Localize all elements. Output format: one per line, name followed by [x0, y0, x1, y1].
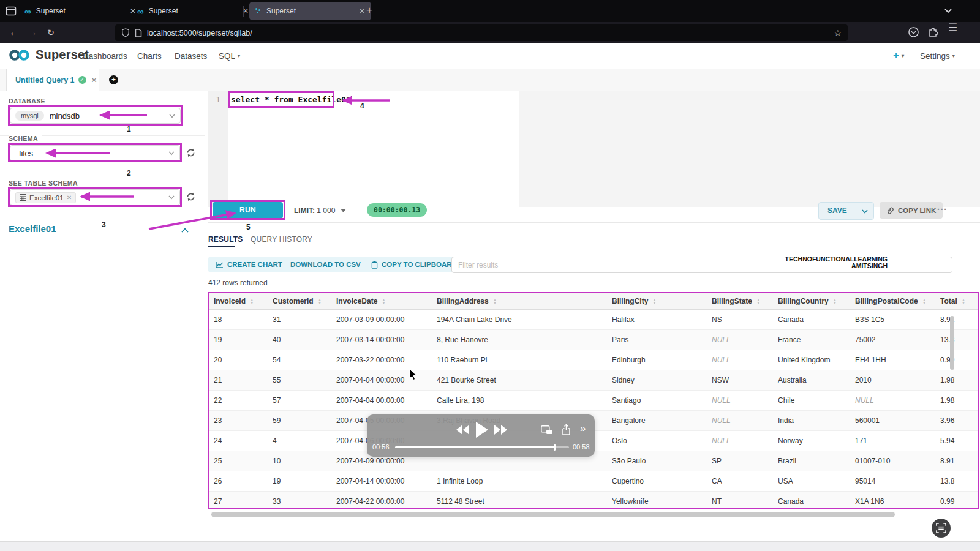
- database-select[interactable]: mysql mindsdb: [10, 108, 181, 124]
- more-controls-icon[interactable]: »: [580, 422, 586, 435]
- more-actions-button[interactable]: ···: [937, 204, 948, 214]
- back-icon[interactable]: ←: [5, 27, 23, 38]
- nav-item-dashboards[interactable]: Dashboards: [83, 51, 127, 61]
- sql-editor-text[interactable]: select * from Excelfile01: [231, 95, 352, 104]
- progress-track[interactable]: [395, 446, 569, 448]
- video-player-overlay[interactable]: » 00:56 00:58: [367, 414, 595, 457]
- add-new-button[interactable]: +▾: [893, 50, 904, 62]
- list-all-tabs-icon[interactable]: [944, 8, 952, 13]
- browser-tab-2[interactable]: ∞ Superset ✕: [131, 2, 255, 20]
- table-cell: 33: [268, 492, 331, 508]
- new-tab-button[interactable]: +: [366, 4, 372, 17]
- collapse-chevron-icon[interactable]: [181, 228, 189, 233]
- text-cursor: [351, 96, 352, 103]
- database-label: DATABASE: [9, 97, 45, 105]
- save-split-button[interactable]: SAVE: [818, 202, 874, 220]
- table-cell: 560001: [850, 411, 935, 430]
- fast-forward-icon[interactable]: [494, 425, 508, 435]
- nav-item-sql[interactable]: SQL▾: [219, 51, 240, 61]
- play-icon[interactable]: [476, 422, 488, 438]
- nav-item-datasets[interactable]: Datasets: [175, 51, 207, 61]
- vertical-scrollbar[interactable]: [950, 316, 954, 370]
- add-query-tab-button[interactable]: +: [109, 75, 118, 84]
- paperclip-icon: [886, 206, 894, 215]
- page-icon[interactable]: [135, 29, 142, 37]
- column-header-invoiceid[interactable]: InvoiceId▲▼: [209, 293, 268, 309]
- share-icon[interactable]: [562, 424, 571, 435]
- screen-capture-bubble[interactable]: [932, 519, 951, 538]
- save-button[interactable]: SAVE: [819, 203, 856, 219]
- progress-thumb[interactable]: [554, 444, 556, 451]
- pocket-icon[interactable]: [908, 26, 919, 38]
- copy-link-button[interactable]: COPY LINK: [880, 202, 943, 219]
- rewind-icon[interactable]: [456, 425, 470, 435]
- pane-drag-handle[interactable]: [564, 223, 573, 227]
- table-cell: 0.99: [935, 350, 979, 370]
- url-field[interactable]: localhost:5000/superset/sqllab/ ☆: [115, 24, 848, 41]
- reload-icon[interactable]: ↻: [42, 28, 60, 37]
- table-schema-select[interactable]: Excelfile01 ✕: [10, 189, 180, 206]
- tab-query-history[interactable]: QUERY HISTORY: [251, 235, 312, 244]
- sort-icon[interactable]: ▲▼: [652, 298, 656, 304]
- column-header-customerid[interactable]: CustomerId▲▼: [268, 293, 331, 309]
- query-tab-active[interactable]: Untitled Query 1 ✓ ✕: [6, 69, 99, 91]
- superset-brand[interactable]: Superset: [9, 48, 89, 62]
- divider: [208, 200, 980, 200]
- run-button[interactable]: RUN: [213, 202, 283, 219]
- column-header-billingpostalcode[interactable]: BillingPostalCode▲▼: [850, 293, 935, 309]
- table-cell: 57: [268, 391, 331, 410]
- tab-separator: [243, 6, 244, 17]
- schema-select[interactable]: files: [10, 145, 180, 161]
- table-cell: São Paulo: [607, 451, 707, 471]
- copy-to-clipboard-button[interactable]: COPY TO CLIPBOARD: [364, 257, 464, 272]
- forward-icon[interactable]: →: [23, 27, 42, 38]
- menu-hamburger-icon[interactable]: ☰: [948, 25, 957, 31]
- sort-icon[interactable]: ▲▼: [318, 298, 322, 304]
- column-header-billingcountry[interactable]: BillingCountry▲▼: [773, 293, 850, 309]
- sort-icon[interactable]: ▲▼: [922, 298, 926, 304]
- table-cell: 5112 48 Street: [432, 492, 607, 508]
- browser-tab-title: Superset: [266, 7, 296, 15]
- table-cell: 2007-03-14 00:00:00: [331, 330, 432, 350]
- refresh-schema-icon[interactable]: [186, 148, 196, 158]
- sort-icon[interactable]: ▲▼: [382, 298, 385, 304]
- close-tab-icon[interactable]: ✕: [359, 7, 365, 15]
- extensions-puzzle-icon[interactable]: [927, 26, 940, 38]
- settings-menu[interactable]: Settings▾: [920, 51, 955, 61]
- firefox-view-icon[interactable]: [6, 6, 17, 17]
- refresh-table-icon[interactable]: [186, 192, 196, 202]
- column-header-billingstate[interactable]: BillingState▲▼: [707, 293, 773, 309]
- create-chart-button[interactable]: CREATE CHART: [208, 257, 290, 272]
- sort-icon[interactable]: ▲▼: [962, 298, 965, 304]
- sort-icon[interactable]: ▲▼: [756, 298, 760, 304]
- column-header-total[interactable]: Total▲▼: [935, 293, 979, 309]
- shield-icon[interactable]: [121, 28, 130, 37]
- sort-icon[interactable]: ▲▼: [493, 298, 497, 304]
- save-dropdown-button[interactable]: [856, 203, 873, 219]
- sort-icon[interactable]: ▲▼: [833, 298, 837, 304]
- rows-returned-label: 412 rows returned: [208, 279, 268, 287]
- nav-item-charts[interactable]: Charts: [137, 51, 162, 61]
- download-csv-button[interactable]: DOWNLOAD TO CSV: [283, 257, 368, 272]
- limit-dropdown-icon[interactable]: [341, 209, 346, 212]
- close-query-tab-icon[interactable]: ✕: [91, 76, 97, 84]
- remove-chip-icon[interactable]: ✕: [67, 194, 72, 201]
- column-header-billingcity[interactable]: BillingCity▲▼: [607, 293, 707, 309]
- column-header-billingaddress[interactable]: BillingAddress▲▼: [432, 293, 607, 309]
- picture-in-picture-icon[interactable]: [541, 425, 553, 435]
- table-header-row: InvoiceId▲▼CustomerId▲▼InvoiceDate▲▼Bill…: [209, 293, 979, 310]
- table-chip[interactable]: Excelfile01 ✕: [15, 192, 76, 203]
- column-header-invoicedate[interactable]: InvoiceDate▲▼: [331, 293, 432, 309]
- table-cell: 1 Infinite Loop: [432, 471, 607, 491]
- expanded-table-title[interactable]: Excelfile01: [9, 223, 56, 234]
- horizontal-scrollbar[interactable]: [211, 512, 895, 517]
- table-cell: 4: [268, 431, 331, 451]
- table-cell: X1A 1N6: [850, 492, 935, 508]
- browser-tab-1[interactable]: ∞ Superset ✕: [18, 2, 142, 20]
- table-cell: 2007-03-09 00:00:00: [331, 310, 432, 329]
- browser-tab-3-active[interactable]: Superset ✕: [249, 2, 371, 20]
- bookmark-star-icon[interactable]: ☆: [834, 28, 842, 38]
- sort-icon[interactable]: ▲▼: [250, 298, 254, 304]
- active-tab-underline: [208, 246, 235, 247]
- tab-results[interactable]: RESULTS: [208, 235, 243, 244]
